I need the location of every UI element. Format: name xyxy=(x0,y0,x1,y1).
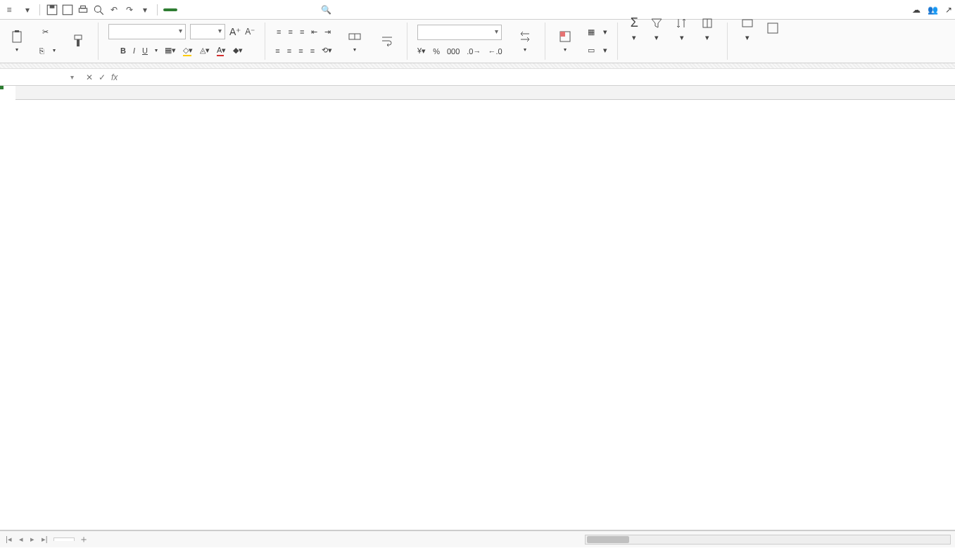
spreadsheet-grid[interactable] xyxy=(0,86,955,530)
bold-button[interactable]: B xyxy=(120,46,126,55)
fontsize-select[interactable] xyxy=(190,24,225,39)
tab-smarttools[interactable] xyxy=(307,8,318,11)
svg-point-5 xyxy=(94,6,101,12)
svg-rect-4 xyxy=(81,6,86,8)
svg-rect-8 xyxy=(15,30,19,32)
scissors-icon: ✂ xyxy=(42,27,49,37)
table-style-button[interactable]: ▦▾ xyxy=(588,25,607,38)
sheet-nav-prev-icon[interactable]: ◂ xyxy=(18,535,25,544)
table-icon: ▦ xyxy=(588,27,595,37)
tab-insert[interactable] xyxy=(180,8,191,11)
filter-button[interactable]: ▾ xyxy=(647,15,666,44)
save-icon[interactable] xyxy=(46,4,58,16)
sheet-bar: |◂ ◂ ▸ ▸| ＋ xyxy=(0,530,955,547)
align-middle-icon[interactable]: ≡ xyxy=(288,27,292,36)
menubar: ≡ ▾ ↶ ↷ ▾ 🔍 ☁ 👥 ↗ xyxy=(0,0,955,20)
redo-icon[interactable]: ↷ xyxy=(123,4,136,16)
format-painter-button[interactable] xyxy=(68,32,88,51)
sheet-tab[interactable] xyxy=(53,537,75,541)
align-left-icon[interactable]: ≡ xyxy=(275,46,279,55)
font-select[interactable] xyxy=(108,24,186,39)
fill-color-button[interactable]: ◇▾ xyxy=(183,46,193,55)
indent-inc-icon[interactable]: ⇥ xyxy=(324,27,331,37)
font-color-button[interactable]: A▾ xyxy=(217,46,226,55)
conditional-format-button[interactable]: ▾ xyxy=(555,28,575,54)
svg-rect-10 xyxy=(77,39,80,46)
decrease-font-icon[interactable]: A⁻ xyxy=(245,27,255,37)
dec-decimal-icon[interactable]: ←.0 xyxy=(488,47,502,56)
copy-icon: ⎘ xyxy=(39,46,44,55)
thousands-icon[interactable]: 000 xyxy=(447,47,460,56)
orientation-icon[interactable]: ⟲▾ xyxy=(322,46,332,55)
merge-center-button[interactable]: ▾ xyxy=(345,28,365,54)
svg-rect-14 xyxy=(560,32,565,37)
svg-rect-7 xyxy=(13,32,21,42)
sheet-nav-first-icon[interactable]: |◂ xyxy=(4,535,13,544)
svg-rect-17 xyxy=(768,23,778,33)
inc-decimal-icon[interactable]: .0→ xyxy=(467,47,481,56)
save-as-icon[interactable] xyxy=(61,4,74,16)
tab-view[interactable] xyxy=(251,8,262,11)
tab-docer[interactable] xyxy=(293,8,304,11)
paste-button[interactable]: ▾ xyxy=(7,28,27,54)
menu-icon[interactable]: ≡ xyxy=(3,4,15,16)
increase-font-icon[interactable]: A⁺ xyxy=(229,26,241,37)
svg-rect-3 xyxy=(79,8,87,12)
tab-devtools[interactable] xyxy=(265,8,276,11)
ribbon: ▾ ✂ ⎘▾ A⁺ A⁻ B I U▾ ▦▾ ◇▾ ◬▾ A▾ ◆▾ xyxy=(0,20,955,63)
sum-button[interactable]: Σ▾ xyxy=(628,14,641,44)
align-center-icon[interactable]: ≡ xyxy=(287,46,291,55)
collab-button[interactable]: 👥 xyxy=(928,5,938,15)
copy-button[interactable]: ⎘▾ xyxy=(39,44,56,57)
svg-rect-2 xyxy=(63,5,72,15)
tab-start[interactable] xyxy=(163,8,177,11)
tab-data[interactable] xyxy=(222,8,234,11)
svg-line-6 xyxy=(100,11,103,15)
cancel-icon[interactable]: ✕ xyxy=(86,72,93,82)
horizontal-scrollbar[interactable] xyxy=(585,535,951,545)
divider-strip xyxy=(0,63,955,69)
wrap-text-button[interactable] xyxy=(377,32,397,51)
tab-pagelayout[interactable] xyxy=(194,8,205,11)
sheet-nav-last-icon[interactable]: ▸| xyxy=(40,535,49,544)
print-icon[interactable] xyxy=(77,4,89,16)
align-right-icon[interactable]: ≡ xyxy=(298,46,303,55)
svg-rect-16 xyxy=(742,20,752,27)
cell-style-button[interactable]: ▭▾ xyxy=(588,44,607,57)
tab-review[interactable] xyxy=(236,8,248,11)
chevron-down-icon[interactable]: ▾ xyxy=(21,4,34,16)
tab-member[interactable] xyxy=(279,8,290,11)
preview-icon[interactable] xyxy=(92,4,105,16)
currency-icon[interactable]: ¥▾ xyxy=(417,46,426,56)
cut-button[interactable]: ✂ xyxy=(42,25,53,38)
confirm-icon[interactable]: ✓ xyxy=(99,72,106,82)
indent-dec-icon[interactable]: ⇤ xyxy=(311,27,317,37)
cell-style-icon: ▭ xyxy=(588,46,595,55)
number-format-select[interactable] xyxy=(417,25,502,40)
percent-icon[interactable]: % xyxy=(433,47,440,56)
svg-rect-9 xyxy=(75,35,82,39)
rowcol-button[interactable] xyxy=(763,20,783,38)
undo-icon[interactable]: ↶ xyxy=(108,4,120,16)
chevron-down-icon[interactable]: ▾ xyxy=(139,4,151,16)
fx-icon[interactable]: fx xyxy=(111,72,118,82)
type-convert-button[interactable]: ▾ xyxy=(515,28,535,54)
highlight-button[interactable]: ◆▾ xyxy=(233,46,243,55)
cell-button[interactable]: ▾ xyxy=(738,15,757,44)
sheet-nav-next-icon[interactable]: ▸ xyxy=(29,535,36,544)
clear-format-button[interactable]: ◬▾ xyxy=(200,46,210,55)
search-icon: 🔍 xyxy=(321,5,331,15)
add-sheet-icon[interactable]: ＋ xyxy=(79,533,89,546)
align-top-icon[interactable]: ≡ xyxy=(277,27,281,36)
sort-button[interactable]: ▾ xyxy=(672,15,692,44)
cloud-unsaved[interactable]: ☁ xyxy=(912,5,921,15)
command-search[interactable]: 🔍 xyxy=(321,5,334,15)
fill-button[interactable]: ▾ xyxy=(697,15,717,44)
italic-button[interactable]: I xyxy=(133,46,135,55)
tab-formula[interactable] xyxy=(208,8,220,11)
border-button[interactable]: ▦▾ xyxy=(165,46,176,55)
underline-button[interactable]: U xyxy=(142,46,148,55)
align-bottom-icon[interactable]: ≡ xyxy=(300,27,304,36)
share-button[interactable]: ↗ xyxy=(945,5,952,15)
align-justify-icon[interactable]: ≡ xyxy=(310,46,315,55)
